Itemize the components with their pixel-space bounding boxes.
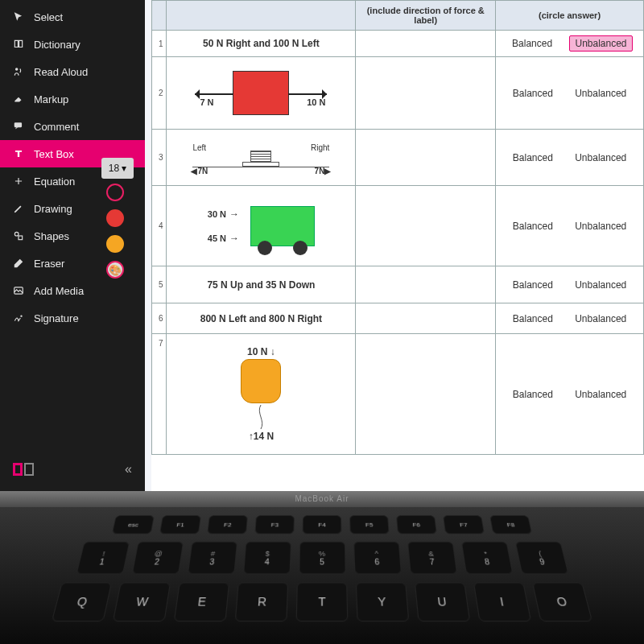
key-9[interactable]: (9 — [514, 542, 568, 575]
eraser-icon — [11, 256, 26, 270]
key-i[interactable]: I — [473, 582, 531, 621]
answer-cell[interactable]: Balanced Unbalanced — [496, 31, 644, 57]
unbalanced-option[interactable]: Unbalanced — [569, 35, 632, 52]
arrow-right-icon — [288, 93, 327, 95]
chevron-down-icon: ▾ — [122, 163, 126, 174]
key-y[interactable]: Y — [356, 582, 409, 621]
tool-read-aloud[interactable]: Read Aloud — [0, 58, 145, 85]
table-row: 4 30 N→ 45 N→ — [152, 186, 644, 266]
tool-comment[interactable]: Comment — [0, 113, 145, 140]
force-right-label: 10 N — [307, 97, 325, 107]
collapse-sidebar-button[interactable]: « — [125, 462, 132, 477]
key-t[interactable]: T — [296, 582, 349, 621]
palette-button[interactable]: 🎨 — [106, 261, 124, 279]
net-force-cell[interactable] — [356, 31, 496, 57]
tool-signature[interactable]: Signature — [0, 304, 145, 332]
balanced-option[interactable]: Balanced — [508, 278, 558, 292]
tool-label: Signature — [34, 312, 79, 324]
key-f6[interactable]: F6 — [396, 515, 437, 534]
balanced-option[interactable]: Balanced — [508, 219, 558, 233]
key-6[interactable]: ^6 — [353, 542, 402, 575]
key-f3[interactable]: F3 — [254, 515, 295, 534]
key-f5[interactable]: F5 — [349, 515, 390, 534]
tool-dictionary[interactable]: Dictionary — [0, 31, 145, 58]
page-view-toggle[interactable] — [13, 463, 34, 476]
key-1[interactable]: !1 — [76, 542, 130, 575]
net-force-cell[interactable] — [356, 57, 496, 130]
balanced-option[interactable]: Balanced — [508, 387, 558, 402]
key-8[interactable]: *8 — [460, 542, 513, 575]
row-number: 6 — [152, 303, 167, 334]
tool-label: Comment — [34, 121, 79, 133]
key-3[interactable]: #3 — [187, 542, 237, 575]
key-f7[interactable]: F7 — [443, 515, 485, 534]
letter-row: Q W E R T Y U I O — [25, 582, 618, 621]
swatch-orange[interactable] — [106, 235, 124, 253]
fn-row: esc F1 F2 F3 F4 F5 F6 F7 F8 — [51, 515, 593, 534]
net-force-cell[interactable] — [356, 130, 496, 186]
key-2[interactable]: @2 — [131, 542, 184, 575]
key-f8[interactable]: F8 — [489, 515, 532, 534]
key-w[interactable]: W — [113, 582, 171, 621]
balloon-diagram — [241, 359, 281, 403]
answer-cell[interactable]: Balanced Unbalanced — [496, 266, 644, 303]
arrow-right-icon: → — [229, 208, 239, 220]
key-o[interactable]: O — [532, 582, 592, 621]
key-q[interactable]: Q — [52, 582, 112, 621]
key-f2[interactable]: F2 — [207, 515, 248, 534]
row-description: 75 N Up and 35 N Down — [167, 266, 356, 303]
row-description: 50 N Right and 100 N Left — [167, 31, 356, 57]
key-u[interactable]: U — [415, 582, 470, 621]
net-force-cell[interactable] — [356, 303, 496, 334]
balanced-option[interactable]: Balanced — [508, 151, 558, 165]
arrow-down-icon: ↓ — [270, 346, 275, 357]
unbalanced-option[interactable]: Unbalanced — [570, 151, 631, 165]
arrow-left-icon — [195, 93, 233, 95]
net-force-cell[interactable] — [356, 186, 496, 266]
tool-markup[interactable]: Markup — [0, 85, 145, 113]
swatch-red[interactable] — [106, 209, 124, 227]
key-f1[interactable]: F1 — [159, 515, 201, 534]
balanced-option[interactable]: Balanced — [507, 36, 557, 51]
media-icon — [11, 283, 26, 298]
key-e[interactable]: E — [174, 582, 229, 621]
net-force-cell[interactable] — [356, 334, 496, 455]
answer-cell[interactable]: Balanced Unbalanced — [496, 186, 644, 266]
key-4[interactable]: $4 — [242, 542, 291, 575]
key-esc[interactable]: esc — [112, 515, 155, 534]
key-5[interactable]: %5 — [299, 542, 346, 575]
unbalanced-option[interactable]: Unbalanced — [570, 219, 631, 233]
red-box-diagram: 7 N 10 N — [233, 71, 289, 115]
wheel-icon — [258, 241, 272, 255]
font-size-selector[interactable]: 18▾ — [101, 158, 134, 179]
document-viewport[interactable]: (include direction of force & label) (ci… — [145, 0, 644, 491]
tool-select[interactable]: Select — [0, 3, 145, 31]
balanced-option[interactable]: Balanced — [508, 86, 558, 101]
answer-cell[interactable]: Balanced Unbalanced — [496, 334, 644, 455]
force-up-label: ↑14 N — [249, 431, 274, 442]
unbalanced-option[interactable]: Unbalanced — [570, 86, 631, 101]
key-7[interactable]: &7 — [407, 542, 456, 575]
net-force-cell[interactable] — [356, 266, 496, 303]
answer-cell[interactable]: Balanced Unbalanced — [496, 57, 644, 130]
tool-add-media[interactable]: Add Media — [0, 277, 145, 304]
font-size-value: 18 — [109, 163, 119, 174]
answer-cell[interactable]: Balanced Unbalanced — [496, 303, 644, 334]
svg-point-0 — [15, 68, 19, 71]
unbalanced-option[interactable]: Unbalanced — [570, 387, 631, 402]
answer-cell[interactable]: Balanced Unbalanced — [496, 130, 644, 186]
comment-icon — [11, 119, 26, 134]
balanced-option[interactable]: Balanced — [508, 312, 558, 326]
tool-label: Dictionary — [34, 39, 80, 51]
book-icon — [11, 37, 26, 52]
view-toggle: « — [0, 451, 145, 488]
svg-point-5 — [20, 316, 22, 317]
tool-label: Read Aloud — [34, 66, 88, 78]
key-r[interactable]: R — [235, 582, 288, 621]
swatch-outline[interactable] — [106, 184, 124, 201]
row-diagram: 30 N→ 45 N→ — [167, 186, 356, 266]
unbalanced-option[interactable]: Unbalanced — [570, 312, 631, 326]
forces-table: (include direction of force & label) (ci… — [151, 0, 644, 455]
key-f4[interactable]: F4 — [303, 515, 342, 534]
unbalanced-option[interactable]: Unbalanced — [570, 278, 631, 292]
